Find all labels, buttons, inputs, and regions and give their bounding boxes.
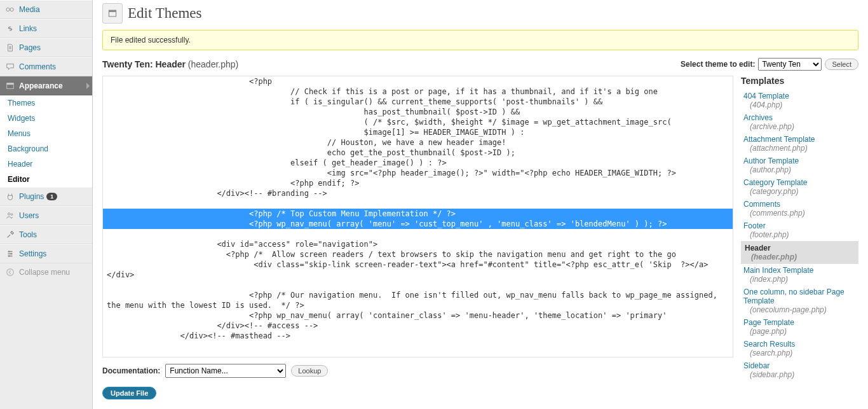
template-item[interactable]: Archives(archive.php) <box>741 111 858 133</box>
template-item[interactable]: One column, no sidebar Page Template(one… <box>741 286 858 316</box>
code-editor[interactable]: <?php // Check if this is a post or page… <box>102 76 733 357</box>
code-line: <?php /* Top Custom Menu Implementation … <box>103 209 733 219</box>
code-line <box>103 198 733 209</box>
code-line: // Houston, we have a new header image! <box>103 137 733 148</box>
sidebar-label: Media <box>19 5 40 14</box>
sidebar-item-media[interactable]: Media <box>0 0 92 19</box>
template-item[interactable]: Category Template(category.php) <box>741 176 858 198</box>
code-line: elseif ( get_header_image() ) : ?> <box>103 158 733 168</box>
svg-point-0 <box>6 8 10 11</box>
code-line: echo get_the_post_thumbnail( $post->ID )… <box>103 148 733 158</box>
template-item[interactable]: Header(header.php) <box>741 241 858 264</box>
sidebar-label: Appearance <box>19 81 63 90</box>
template-file: (search.php) <box>743 349 858 357</box>
submenu-item-header[interactable]: Header <box>0 156 92 172</box>
code-line: the menu with the lowest ID is used. */ … <box>103 300 733 310</box>
template-name: Header <box>745 244 771 253</box>
submenu-item-background[interactable]: Background <box>0 141 92 156</box>
template-item[interactable]: 404 Template(404.php) <box>741 90 858 111</box>
documentation-row: Documentation: Function Name... Lookup <box>102 364 733 378</box>
badge: 1 <box>46 193 57 200</box>
sidebar-item-links[interactable]: Links <box>0 19 92 38</box>
sidebar-label: Links <box>19 24 37 33</box>
code-line: </div> <box>103 270 733 280</box>
documentation-label: Documentation: <box>102 366 160 375</box>
template-name: Category Template <box>743 178 808 187</box>
code-line <box>103 280 733 290</box>
svg-rect-3 <box>7 83 14 85</box>
template-item[interactable]: Main Index Template(index.php) <box>741 264 858 286</box>
code-line: <?php wp_nav_menu( array( 'menu' => 'cus… <box>103 219 733 229</box>
sidebar-item-comments[interactable]: Comments <box>0 57 92 76</box>
main-content: Edit Themes File edited successfully. Tw… <box>93 0 868 409</box>
code-line: </div><!-- #masthead --> <box>103 331 733 341</box>
template-file: (index.php) <box>743 275 858 284</box>
code-line: <?php endif; ?> <box>103 178 733 188</box>
code-line: <?php /* Our navigation menu. If one isn… <box>103 290 733 300</box>
sidebar-item-pages[interactable]: Pages <box>0 38 92 57</box>
template-item[interactable]: Search Results(search.php) <box>741 338 858 359</box>
theme-select-group: Select theme to edit: Twenty Ten Select <box>681 58 858 71</box>
template-name: Comments <box>743 200 780 209</box>
submenu-item-themes[interactable]: Themes <box>0 95 92 111</box>
success-notice: File edited successfully. <box>102 30 858 50</box>
template-item[interactable]: Footer(footer.php) <box>741 219 858 241</box>
template-file: (archive.php) <box>743 122 858 131</box>
settings-icon <box>5 249 15 259</box>
sidebar-item-plugins[interactable]: Plugins1 <box>0 187 92 206</box>
link-icon <box>5 24 15 34</box>
template-item[interactable]: Author Template(author.php) <box>741 155 858 176</box>
plugin-icon <box>5 191 15 202</box>
sidebar-item-users[interactable]: Users <box>0 206 92 225</box>
sidebar-item-settings[interactable]: Settings <box>0 244 92 263</box>
function-select[interactable]: Function Name... <box>165 364 286 378</box>
sidebar-label: Tools <box>19 230 37 239</box>
template-file: (page.php) <box>743 327 858 336</box>
submenu-item-menus[interactable]: Menus <box>0 126 92 141</box>
theme-select-dropdown[interactable]: Twenty Ten <box>758 58 822 71</box>
code-line: // Check if this is a post or page, if i… <box>103 87 733 97</box>
template-item[interactable]: Sidebar(sidebar.php) <box>741 359 858 381</box>
code-line: <?php /* Allow screen readers / text bro… <box>103 249 733 260</box>
sidebar-item-tools[interactable]: Tools <box>0 225 92 244</box>
template-item[interactable]: Page Template(page.php) <box>741 316 858 338</box>
template-item[interactable]: Comments(comments.php) <box>741 198 858 219</box>
update-file-button[interactable]: Update File <box>102 387 156 399</box>
page-icon <box>5 43 15 53</box>
template-file: (onecolumn-page.php) <box>743 305 858 314</box>
template-name: Page Template <box>743 318 794 327</box>
template-file: (sidebar.php) <box>743 370 858 379</box>
collapse-menu[interactable]: Collapse menu <box>0 263 92 281</box>
template-name: Sidebar <box>743 361 770 370</box>
page-header: Edit Themes <box>102 3 858 24</box>
code-line: <div id="access" role="navigation"> <box>103 239 733 249</box>
svg-point-9 <box>7 269 14 276</box>
template-name: Attachment Template <box>743 135 815 144</box>
page-title: Edit Themes <box>128 5 201 22</box>
template-name: Archives <box>743 113 773 122</box>
template-name: Footer <box>743 221 766 230</box>
svg-point-1 <box>10 8 13 11</box>
submenu-item-widgets[interactable]: Widgets <box>0 111 92 126</box>
template-name: Search Results <box>743 340 795 349</box>
code-line: ( /* $src, $width, $height */ $image = w… <box>103 117 733 127</box>
template-file: (404.php) <box>743 101 858 109</box>
code-line: <?php <box>103 76 733 87</box>
code-line: <img src="<?php header_image(); ?>" widt… <box>103 168 733 178</box>
template-file: (header.php) <box>745 253 855 261</box>
media-icon <box>5 4 15 15</box>
code-line <box>103 229 733 239</box>
template-file: (author.php) <box>743 165 858 174</box>
select-button[interactable]: Select <box>825 59 858 70</box>
submenu-item-editor[interactable]: Editor <box>0 172 92 187</box>
admin-sidebar: MediaLinksPagesCommentsAppearanceThemesW… <box>0 0 93 409</box>
template-item[interactable]: Attachment Template(attachment.php) <box>741 133 858 155</box>
code-line: has_post_thumbnail( $post->ID ) && <box>103 107 733 117</box>
svg-point-6 <box>8 251 10 253</box>
lookup-button[interactable]: Lookup <box>291 365 328 377</box>
sidebar-item-appearance[interactable]: Appearance <box>0 76 92 95</box>
comment-icon <box>5 62 15 72</box>
file-title: Twenty Ten: Header (header.php) <box>102 59 238 69</box>
appearance-icon <box>5 81 15 91</box>
templates-heading: Templates <box>741 76 858 86</box>
